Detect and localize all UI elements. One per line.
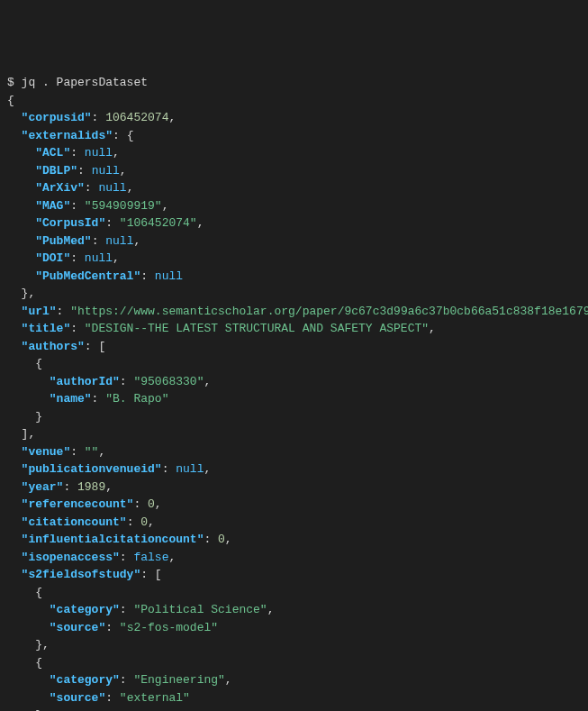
- terminal-output: $ jq . PapersDataset{"corpusid": 1064520…: [7, 74, 581, 711]
